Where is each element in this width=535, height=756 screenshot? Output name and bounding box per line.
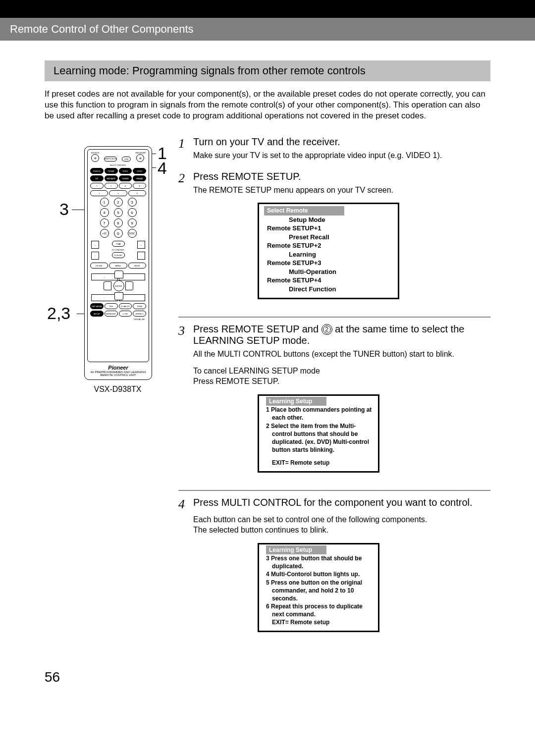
ch-sel-button: CH SEL [90, 263, 108, 269]
num-2: 2 [114, 198, 123, 207]
5ch-button: 5 CH [119, 311, 132, 317]
transport-5: 1 [90, 190, 108, 196]
step-4-title: Press MULTI CONTROL for the component yo… [193, 497, 490, 508]
volume-down: − [137, 252, 145, 260]
osd3-line6: 6 Repeat this process to duplicate next … [272, 602, 373, 618]
menu-button: MENU [109, 263, 127, 269]
num-5: 5 [114, 208, 123, 217]
step-4-text1: Each button can be set to control one of… [193, 514, 490, 525]
dpad-up [114, 270, 123, 278]
dpad: ENTER [104, 270, 133, 300]
osd-select-remote: Select Remote Setup Mode Remote SETUP+1 … [258, 203, 399, 299]
midnight-button: MIDNIGHT [105, 311, 118, 317]
label-digital-nr: DIGITAL NR [88, 318, 149, 321]
transport-3: 3 [119, 183, 132, 189]
osd3-header: Learning Setup [266, 545, 326, 554]
osd3-line3: 3 Press one button that should be duplic… [272, 554, 373, 570]
num-6: 6 [128, 208, 137, 217]
osd2-exit: EXIT= Remote setup [272, 459, 373, 467]
step-1-text: Make sure your TV is set to the appropri… [193, 150, 490, 161]
callout-4: 4 [158, 159, 167, 178]
osd1-r4: Remote SETUP+3 [264, 259, 393, 268]
callout-3: 3 [59, 200, 69, 219]
step-4-number: 4 [178, 497, 193, 640]
osd1-setup-mode: Setup Mode [264, 216, 393, 224]
dpad-left [104, 281, 111, 290]
transport-2: 7 [105, 183, 118, 189]
transport-1: 7 [90, 183, 104, 189]
osd1-r3: Remote SETUP+2 [264, 241, 393, 250]
num-1: 1 [100, 198, 109, 207]
dvd-ld-button: DVD/LD [90, 168, 104, 174]
label-tv-control: TV CONTROL [111, 249, 125, 251]
tv-vol-down: − [91, 252, 99, 260]
setup-button: SETUP [90, 311, 104, 317]
dpad-enter: ENTER [113, 280, 124, 291]
cd-button: CD [90, 175, 104, 181]
source-power-button: ⏻ [91, 154, 99, 162]
effect-button: EFFECT [133, 311, 146, 317]
osd-learning-setup-1: Learning Setup 1 Place both commanders p… [258, 394, 379, 473]
osd1-r3a: Learning [264, 250, 393, 259]
remote-diagram-column: 3 2,3 1 4 SOURCE ⏻ REMOTE SETUP OFF RECE… [0, 136, 178, 649]
num-3: 3 [128, 198, 137, 207]
remote-control-diagram: SOURCE ⏻ REMOTE SETUP OFF RECEIVER ⏻ MUL… [84, 146, 152, 380]
step-3-number: 3 [178, 324, 193, 480]
tone-button: TONE [133, 303, 146, 309]
volume-up: + [137, 241, 145, 249]
section-title: Learning mode: Programming signals from … [45, 60, 490, 81]
osd3-exit: EXIT= Remote setup [272, 618, 373, 626]
thx-button: THX [105, 303, 118, 309]
label-multi-control: MULTI CONTROL [88, 164, 149, 166]
step-4-text2: The selected button continues to blink. [193, 525, 490, 536]
fm-am-button: FM/AM [133, 175, 146, 181]
page-number: 56 [45, 669, 535, 685]
circled-2-icon: 2 [321, 324, 332, 335]
remote-brand: Pioneer AV PREPROGRAMMED AND LEARNING RE… [85, 365, 152, 377]
md-tape-button: MD/TAPE [105, 175, 118, 181]
osd1-r5: Remote SETUP+4 [264, 276, 393, 285]
black-header-bar [0, 0, 535, 18]
step-3-text2: To cancel LEARNING SETUP mode [193, 366, 490, 377]
divider-3-4 [178, 490, 490, 491]
num-8: 8 [114, 218, 123, 227]
tv-func-button: TV FUNC [112, 252, 125, 258]
receiver-power-button: ⏻ [136, 154, 144, 162]
step-2: 2 Press REMOTE SETUP. The REMOTE SETUP m… [178, 171, 490, 307]
callout-2-3: 2,3 [47, 304, 70, 323]
step-3-text1: All the MULTI CONTROL buttons (except th… [193, 349, 490, 360]
osd2-header: Learning Setup [266, 397, 326, 406]
tuner-button: TUNER [119, 175, 132, 181]
num-plus10: +10 [100, 229, 109, 238]
dsp-mode-button: DSP MODE [90, 303, 104, 309]
osd1-r5a: Direct Function [264, 285, 393, 294]
step-2-text: The REMOTE SETUP menu appears on your TV… [193, 185, 490, 196]
tv-power-button: TV ⏻ [112, 241, 125, 247]
dpad-right [125, 281, 133, 290]
transport-7: ¢ [128, 190, 146, 196]
mute-button: MUTE [128, 263, 146, 269]
label-source: SOURCE [91, 152, 100, 154]
num-9: 9 [128, 218, 137, 227]
step-4: 4 Press MULTI CONTROL for the component … [178, 497, 490, 640]
transport-4: 8 [133, 183, 146, 189]
vcr2-button: VCR2 [133, 168, 146, 174]
intro-paragraph: If preset codes are not available for yo… [45, 89, 490, 121]
disc-button: DISC [128, 229, 137, 238]
steps-column: 1 Turn on your TV and the receiver. Make… [178, 136, 490, 649]
divider-2-3 [178, 317, 490, 318]
step-1: 1 Turn on your TV and the receiver. Make… [178, 136, 490, 161]
step-3-text3: Press REMOTE SETUP. [193, 376, 490, 387]
tv-sat-button: TV/SAT [105, 168, 118, 174]
label-receiver: RECEIVER [136, 152, 146, 154]
num-0: 0 [114, 229, 123, 238]
step-1-number: 1 [178, 136, 193, 161]
osd2-line1: 1 Place both commanders pointing at each… [272, 406, 373, 422]
step-3: 3 Press REMOTE SETUP and 2 at the same t… [178, 324, 490, 480]
remote-model-label: VSX-D938TX [84, 385, 151, 394]
page-title: Remote Control of Other Components [0, 18, 535, 41]
dpad-down [114, 292, 123, 300]
osd1-r2: Remote SETUP+1 [264, 224, 393, 233]
osd1-r4a: Multi-Operation [264, 268, 393, 276]
step-2-number: 2 [178, 171, 193, 307]
